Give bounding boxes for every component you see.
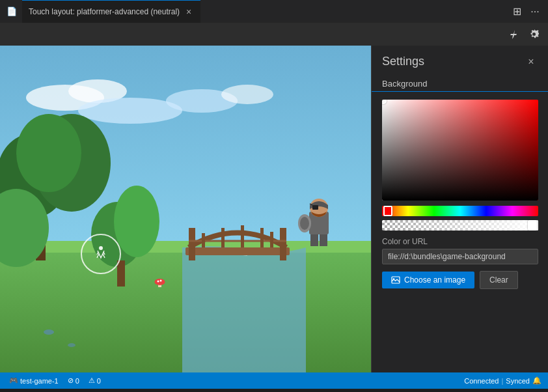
game-label: test-game-1 xyxy=(20,377,59,385)
bell-icon[interactable]: 🔔 xyxy=(532,376,541,385)
clear-label: Clear xyxy=(489,275,508,285)
svg-point-30 xyxy=(300,217,309,230)
color-url-label: Color or URL xyxy=(372,237,548,246)
svg-rect-24 xyxy=(270,232,273,247)
svg-rect-31 xyxy=(310,234,318,246)
title-bar: 📄 Touch layout: platformer-advanced (neu… xyxy=(0,0,548,23)
settings-panel: Settings × Background Color or URL xyxy=(371,46,548,372)
pin-button[interactable] xyxy=(505,27,521,42)
choose-image-button[interactable]: Choose an image xyxy=(382,272,474,288)
alpha-thumb xyxy=(528,220,537,231)
svg-rect-16 xyxy=(185,247,290,255)
svg-point-39 xyxy=(158,281,159,283)
tab-label: Touch layout: platformer-advanced (neutr… xyxy=(29,7,180,16)
tab-icon: 📄 xyxy=(7,7,17,16)
error-count: 0 xyxy=(75,377,79,385)
title-bar-actions: ⊞ ··· xyxy=(510,5,541,18)
hue-slider[interactable] xyxy=(382,206,538,216)
game-icon: 🎮 xyxy=(9,376,18,385)
svg-rect-22 xyxy=(241,225,244,247)
image-icon xyxy=(391,275,400,285)
status-game-name[interactable]: 🎮 test-game-1 xyxy=(7,376,61,385)
svg-rect-20 xyxy=(202,233,205,247)
warning-count: 0 xyxy=(97,377,101,385)
tab-close-button[interactable]: × xyxy=(184,7,194,17)
status-divider: | xyxy=(501,377,503,385)
settings-header: Settings × xyxy=(372,46,548,75)
svg-point-35 xyxy=(44,329,54,335)
settings-title: Settings xyxy=(382,55,424,68)
secondary-toolbar xyxy=(0,23,548,46)
game-scene xyxy=(0,46,371,372)
color-picker xyxy=(382,100,538,231)
alpha-slider[interactable] xyxy=(382,220,538,231)
main-content: Settings × Background Color or URL xyxy=(0,46,548,372)
settings-gear-button[interactable] xyxy=(526,27,541,42)
active-tab[interactable]: Touch layout: platformer-advanced (neutr… xyxy=(22,0,200,23)
choose-image-label: Choose an image xyxy=(404,275,465,285)
svg-point-36 xyxy=(68,343,75,347)
settings-close-button[interactable]: × xyxy=(525,55,538,68)
svg-point-40 xyxy=(160,280,162,282)
split-editor-button[interactable]: ⊞ xyxy=(510,5,523,18)
error-icon: ⊘ xyxy=(68,376,74,385)
synced-label: Synced xyxy=(506,377,530,385)
gradient-dark xyxy=(382,100,538,201)
status-errors[interactable]: ⊘ 0 xyxy=(65,376,82,385)
status-warnings[interactable]: ⚠ 0 xyxy=(86,376,103,385)
svg-rect-27 xyxy=(312,205,318,210)
color-gradient-box[interactable] xyxy=(382,100,538,201)
svg-rect-23 xyxy=(260,228,264,247)
svg-point-7 xyxy=(221,85,273,104)
svg-rect-15 xyxy=(117,260,125,287)
more-actions-button[interactable]: ··· xyxy=(528,5,541,18)
alpha-overlay xyxy=(382,220,538,231)
svg-point-14 xyxy=(114,186,159,257)
connected-label: Connected xyxy=(464,377,499,385)
hue-thumb xyxy=(383,206,392,216)
clear-button[interactable]: Clear xyxy=(480,271,518,289)
status-left: 🎮 test-game-1 ⊘ 0 ⚠ 0 xyxy=(7,376,461,385)
status-bar: 🎮 test-game-1 ⊘ 0 ⚠ 0 Connected | Synced… xyxy=(0,372,548,389)
svg-point-10 xyxy=(16,114,81,192)
status-right: Connected | Synced 🔔 xyxy=(464,376,541,385)
warning-icon: ⚠ xyxy=(89,376,95,385)
background-section-label: Background xyxy=(372,75,548,92)
svg-point-38 xyxy=(155,279,165,285)
svg-rect-21 xyxy=(221,228,225,247)
svg-rect-32 xyxy=(320,234,327,246)
svg-point-34 xyxy=(99,246,103,250)
buttons-row: Choose an image Clear xyxy=(372,264,548,289)
color-url-input[interactable] xyxy=(382,249,538,264)
